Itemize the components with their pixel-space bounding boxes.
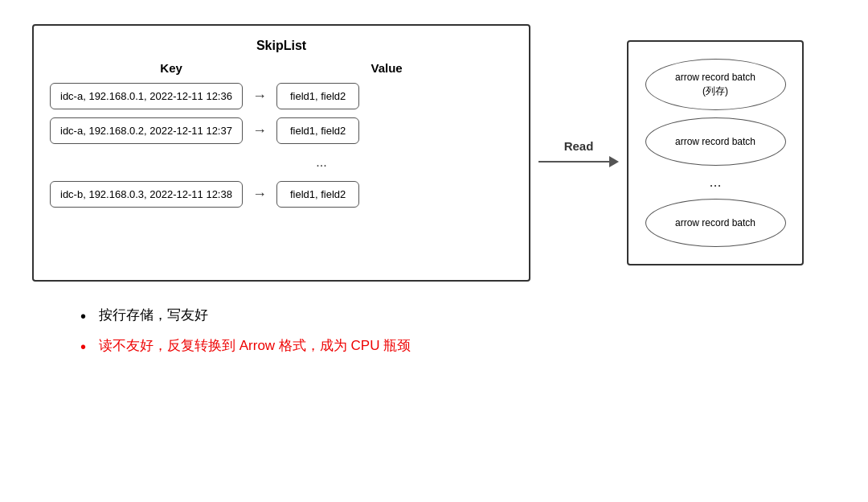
arrow-line [538,161,609,163]
ellipsis-row: ... [50,155,513,170]
value-header: Value [371,61,402,75]
skiplist-title: SkipList [50,39,513,53]
read-arrow [538,156,619,167]
key-box-1: idc-a, 192.168.0.1, 2022-12-11 12:36 [50,83,243,109]
columns-header: Key Value [50,61,513,75]
bullet-text-2: 读不友好，反复转换到 Arrow 格式，成为 CPU 瓶颈 [99,336,411,356]
diagram-area: SkipList Key Value idc-a, 192.168.0.1, 2… [32,24,836,282]
bullets-section: • 按行存储，写友好 • 读不友好，反复转换到 Arrow 格式，成为 CPU … [32,306,836,367]
bullet-text-1: 按行存储，写友好 [99,306,208,325]
table-row: idc-b, 192.168.0.3, 2022-12-11 12:38 → f… [50,181,513,208]
value-box-2: field1, field2 [276,117,359,144]
arrow-icon-3: → [252,186,267,203]
row-container: idc-a, 192.168.0.1, 2022-12-11 12:36 → f… [50,83,513,208]
arrow-icon-2: → [252,122,267,139]
arb-ellipse-3: arrow record batch [645,199,786,247]
arrow-icon-1: → [252,88,267,105]
read-arrow-area: Read [530,139,627,167]
arb-box: arrow record batch(列存) arrow record batc… [627,40,804,265]
arb-ellipse-2: arrow record batch [645,117,786,166]
key-header: Key [160,61,182,75]
arb-dots: ... [709,174,721,191]
table-row: idc-a, 192.168.0.1, 2022-12-11 12:36 → f… [50,83,513,109]
read-label: Read [564,139,594,153]
value-box-1: field1, field2 [276,83,359,109]
arrow-head [609,156,619,167]
bullet-item-1: • 按行存储，写友好 [80,306,836,327]
key-box-2: idc-a, 192.168.0.2, 2022-12-11 12:37 [50,117,243,144]
key-box-3: idc-b, 192.168.0.3, 2022-12-11 12:38 [50,181,243,208]
skiplist-box: SkipList Key Value idc-a, 192.168.0.1, 2… [32,24,530,282]
bullet-dot-1: • [80,306,86,327]
bullet-dot-2: • [80,336,86,357]
table-row: idc-a, 192.168.0.2, 2022-12-11 12:37 → f… [50,117,513,144]
value-box-3: field1, field2 [276,181,359,208]
arb-ellipse-1: arrow record batch(列存) [645,59,786,110]
bullet-item-2: • 读不友好，反复转换到 Arrow 格式，成为 CPU 瓶颈 [80,336,836,357]
